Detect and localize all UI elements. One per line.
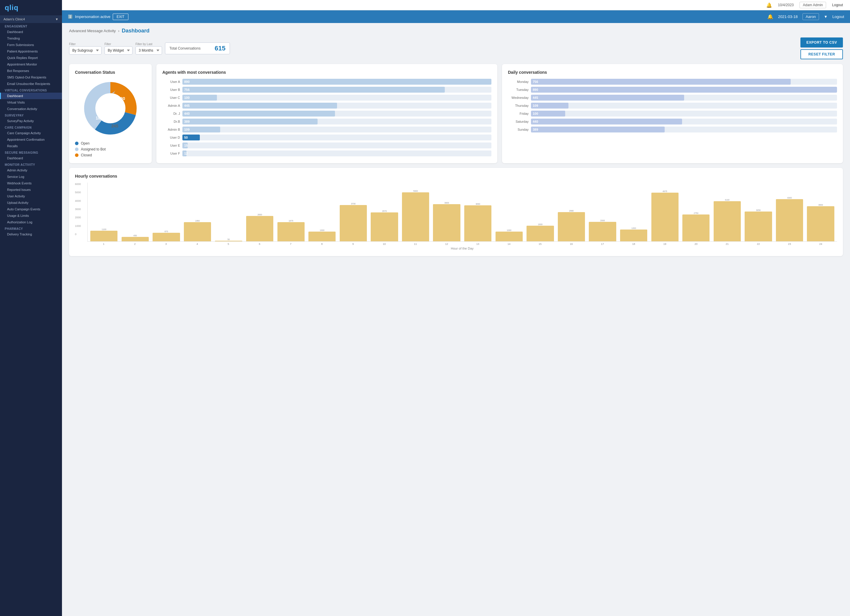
y5000: 5000 bbox=[75, 191, 85, 194]
sidebar-item-quick-replies-report[interactable]: Quick Replies Report bbox=[0, 55, 62, 61]
agent-bar-track: 756 bbox=[183, 87, 491, 93]
y1000: 1000 bbox=[75, 224, 85, 227]
sidebar-item-bot-responses[interactable]: Bot Responses bbox=[0, 67, 62, 74]
conversation-status-card: Conversation Status bbox=[69, 64, 152, 163]
agent-bar-row: Admin B 109 bbox=[162, 127, 491, 133]
hourly-bar-value: 3700 bbox=[351, 203, 356, 205]
sidebar-item-surveypay-activity[interactable]: SurveyPay Activity bbox=[0, 118, 62, 124]
sidebar-item-delivery-tracking[interactable]: Delivery Tracking bbox=[0, 231, 62, 238]
total-value: 615 bbox=[215, 45, 226, 52]
sidebar-item-recalls[interactable]: Recalls bbox=[0, 143, 62, 149]
sidebar-item-auto-campaign-events[interactable]: Auto Campaign Events bbox=[0, 206, 62, 212]
hourly-xlabels: 123456789101112131415161718192021222324 bbox=[87, 242, 837, 245]
donut-chart: 190 180 245 bbox=[81, 79, 140, 138]
hourly-xlabel-item: 1 bbox=[88, 242, 119, 245]
sidebar-nav: EngagementDashboardTrendingForm Submissi… bbox=[0, 23, 62, 238]
subgroup-select[interactable]: By Subgroup bbox=[69, 46, 102, 55]
sidebar-item-email-unsubscribe-recipients[interactable]: Email Unsubscribe Recipients bbox=[0, 81, 62, 87]
hourly-xlabel-item: 22 bbox=[743, 242, 774, 245]
hourly-xlabel-item: 2 bbox=[120, 242, 150, 245]
sidebar-item-user-activity[interactable]: User Activity bbox=[0, 193, 62, 199]
day-bar-value: 756 bbox=[533, 80, 538, 84]
agent-bar-fill: 389 bbox=[183, 119, 317, 124]
imp-logout[interactable]: Logout bbox=[832, 15, 844, 19]
day-bar-value: 100 bbox=[533, 112, 538, 115]
sidebar-item-dashboard[interactable]: Dashboard bbox=[0, 155, 62, 161]
sidebar-item-appointment-confirmation[interactable]: Appointment Confirmation bbox=[0, 136, 62, 143]
agent-bar-row: User E 15 bbox=[162, 142, 491, 148]
sidebar-section-title: SurveyPay bbox=[0, 112, 62, 118]
bell-icon-imp[interactable]: 🔔 bbox=[768, 14, 773, 19]
legend-assigned: Assigned to Bot bbox=[75, 147, 106, 151]
agent-name: User C bbox=[162, 96, 180, 99]
hourly-bar-value: 3050 bbox=[756, 209, 761, 211]
hourly-bar-value: 2600 bbox=[257, 214, 262, 216]
hourly-bar-wrap: 3700 bbox=[338, 182, 369, 241]
agent-bar-row: User D 50 bbox=[162, 135, 491, 141]
hourly-bar bbox=[464, 205, 491, 241]
outer-top-bar: 🔔 10/4/2023 Adam Admin Logout bbox=[62, 0, 850, 10]
sidebar-item-authorization-log[interactable]: Authorization Log bbox=[0, 219, 62, 226]
info-icon: ℹ️ bbox=[68, 15, 73, 19]
sidebar-item-care-campaign-activity[interactable]: Care Campaign Activity bbox=[0, 130, 62, 136]
hourly-bar-value: 3800 bbox=[444, 202, 449, 204]
daily-bar-row: Thursday 109 bbox=[508, 103, 837, 109]
sidebar-item-patient-appointments[interactable]: Patient Appointments bbox=[0, 48, 62, 55]
sidebar-item-trending[interactable]: Trending bbox=[0, 35, 62, 42]
y-axis: 0 1000 2000 3000 4000 5000 6000 bbox=[75, 182, 85, 242]
daily-bar-list: Monday 756 Tuesday 890 Wednesday 445 Thu… bbox=[508, 79, 837, 133]
hourly-bar-value: 1000 bbox=[320, 229, 325, 231]
hourly-bar-value: 450 bbox=[133, 235, 137, 236]
hourly-bar bbox=[340, 205, 367, 241]
outer-logout[interactable]: Logout bbox=[832, 3, 843, 7]
day-label: Monday bbox=[508, 80, 528, 84]
sidebar-item-admin-activity[interactable]: Admin Activity bbox=[0, 167, 62, 173]
agent-bar-row: User C 100 bbox=[162, 95, 491, 100]
hourly-bar-value: 2980 bbox=[569, 210, 574, 212]
hourly-chart-wrap: 1100 450 870 1950 50 2600 1975 1000 3700… bbox=[87, 182, 837, 250]
sidebar-item-webhook-events[interactable]: Webhook Events bbox=[0, 180, 62, 187]
day-bar-track: 440 bbox=[531, 119, 837, 124]
sidebar-item-dashboard[interactable]: Dashboard bbox=[0, 93, 62, 99]
clinic-selector[interactable]: Adam's Clinic4 ▼ bbox=[0, 15, 62, 23]
sidebar-section-title: Pharmacy bbox=[0, 226, 62, 231]
sidebar-item-usage-&-limits[interactable]: Usage & Limits bbox=[0, 212, 62, 219]
hourly-bar bbox=[371, 212, 398, 242]
hourly-bar bbox=[433, 204, 460, 241]
widget-select[interactable]: By Widget bbox=[105, 46, 133, 55]
agent-bar-value: 109 bbox=[184, 128, 190, 131]
day-bar-track: 389 bbox=[531, 127, 837, 133]
hourly-bar-value: 4100 bbox=[725, 199, 730, 201]
hourly-bar bbox=[745, 212, 772, 241]
last-select[interactable]: 3 Months bbox=[135, 46, 162, 55]
agent-name: User B bbox=[162, 88, 180, 91]
daily-bar-row: Saturday 440 bbox=[508, 119, 837, 124]
sidebar-item-service-log[interactable]: Service Log bbox=[0, 173, 62, 180]
sidebar-item-sms-opted-out-recipients[interactable]: SMS Opted-Out Recipients bbox=[0, 74, 62, 81]
y3000: 3000 bbox=[75, 208, 85, 211]
bell-icon[interactable]: 🔔 bbox=[766, 2, 772, 8]
clinic-chevron: ▼ bbox=[55, 17, 58, 21]
day-label: Wednesday bbox=[508, 96, 528, 99]
hourly-xlabel-item: 23 bbox=[774, 242, 805, 245]
sidebar-item-upload-activity[interactable]: Upload Activity bbox=[0, 199, 62, 206]
legend-closed-dot bbox=[75, 153, 78, 157]
sidebar-item-reported-issues[interactable]: Reported Issues bbox=[0, 187, 62, 193]
open-label: 190 bbox=[118, 96, 125, 101]
exit-button[interactable]: EXIT bbox=[113, 13, 129, 20]
sidebar-item-virtual-visits[interactable]: Virtual Visits bbox=[0, 99, 62, 106]
imp-user: Aaron bbox=[802, 13, 819, 20]
agent-bar-fill: 756 bbox=[183, 87, 445, 93]
export-button[interactable]: EXPORT TO CSV bbox=[801, 37, 843, 48]
agent-bar-value: 12 bbox=[184, 152, 188, 155]
sidebar-item-conversation-activity[interactable]: Conversation Activity bbox=[0, 106, 62, 112]
sidebar-item-dashboard[interactable]: Dashboard bbox=[0, 28, 62, 35]
agent-name: Dr. J bbox=[162, 112, 180, 115]
reset-button[interactable]: RESET FILTER bbox=[801, 49, 843, 59]
day-bar-fill: 440 bbox=[531, 119, 682, 124]
hourly-bar bbox=[714, 201, 741, 241]
last-filter: Filter by Last 3 Months bbox=[135, 42, 162, 55]
sidebar-item-form-submissions[interactable]: Form Submissions bbox=[0, 42, 62, 48]
sidebar-item-appointment-monitor[interactable]: Appointment Monitor bbox=[0, 61, 62, 67]
sidebar-section-title: Secure Messaging bbox=[0, 149, 62, 155]
